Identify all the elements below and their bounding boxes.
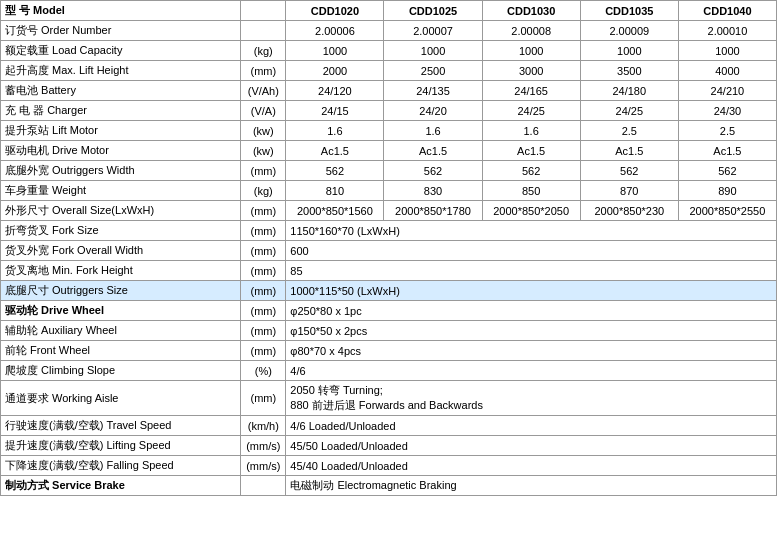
row-span-value: 45/50 Loaded/Unloaded [286, 436, 777, 456]
row-value: Ac1.5 [580, 141, 678, 161]
header-cdd1040: CDD1040 [678, 1, 776, 21]
row-value: 24/180 [580, 81, 678, 101]
row-value: 1000 [286, 41, 384, 61]
row-value: 2.00007 [384, 21, 482, 41]
row-value: 2000*850*1560 [286, 201, 384, 221]
header-row: 型 号 Model CDD1020 CDD1025 CDD1030 CDD103… [1, 1, 777, 21]
row-label: 外形尺寸 Overall Size(LxWxH) [1, 201, 241, 221]
row-value: 830 [384, 181, 482, 201]
row-value: 24/25 [482, 101, 580, 121]
row-value: Ac1.5 [678, 141, 776, 161]
row-unit: (kg) [241, 41, 286, 61]
row-span-value: φ80*70 x 4pcs [286, 341, 777, 361]
row-value: 3000 [482, 61, 580, 81]
row-unit: (mm) [241, 341, 286, 361]
row-unit: (mm) [241, 201, 286, 221]
table-row: 货叉离地 Min. Fork Height(mm)85 [1, 261, 777, 281]
row-value: 1.6 [384, 121, 482, 141]
row-unit: (mm/s) [241, 436, 286, 456]
row-value: 1.6 [286, 121, 384, 141]
row-value: 562 [384, 161, 482, 181]
table-body: 订货号 Order Number2.000062.000072.000082.0… [1, 21, 777, 496]
row-value: 2.00009 [580, 21, 678, 41]
row-span-value: 4/6 Loaded/Unloaded [286, 416, 777, 436]
row-value: 24/210 [678, 81, 776, 101]
row-label: 提升速度(满载/空载) Lifting Speed [1, 436, 241, 456]
spec-table: 型 号 Model CDD1020 CDD1025 CDD1030 CDD103… [0, 0, 777, 496]
row-span-value: 600 [286, 241, 777, 261]
row-label: 货叉外宽 Fork Overall Width [1, 241, 241, 261]
row-label: 辅助轮 Auxiliary Wheel [1, 321, 241, 341]
row-unit [241, 476, 286, 496]
row-value: 2500 [384, 61, 482, 81]
header-unit-placeholder [241, 1, 286, 21]
table-row: 蓄电池 Battery(V/Ah)24/12024/13524/16524/18… [1, 81, 777, 101]
header-cdd1020: CDD1020 [286, 1, 384, 21]
table-row: 驱动轮 Drive Wheel(mm)φ250*80 x 1pc [1, 301, 777, 321]
row-value: 24/135 [384, 81, 482, 101]
row-value: 2000 [286, 61, 384, 81]
row-value: Ac1.5 [482, 141, 580, 161]
row-value: 870 [580, 181, 678, 201]
row-value: 810 [286, 181, 384, 201]
row-unit: (kw) [241, 121, 286, 141]
row-span-value: φ150*50 x 2pcs [286, 321, 777, 341]
row-label: 额定载重 Load Capacity [1, 41, 241, 61]
row-label: 订货号 Order Number [1, 21, 241, 41]
row-label: 底腿外宽 Outriggers Width [1, 161, 241, 181]
header-cdd1030: CDD1030 [482, 1, 580, 21]
row-unit [241, 21, 286, 41]
row-unit: (mm) [241, 61, 286, 81]
table-row: 驱动电机 Drive Motor(kw)Ac1.5Ac1.5Ac1.5Ac1.5… [1, 141, 777, 161]
row-unit: (mm) [241, 381, 286, 416]
table-row: 充 电 器 Charger(V/A)24/1524/2024/2524/2524… [1, 101, 777, 121]
table-row: 下降速度(满载/空载) Falling Speed(mm/s)45/40 Loa… [1, 456, 777, 476]
row-unit: (V/Ah) [241, 81, 286, 101]
table-row: 行驶速度(满载/空载) Travel Speed(km/h)4/6 Loaded… [1, 416, 777, 436]
row-value: 3500 [580, 61, 678, 81]
row-unit: (mm) [241, 221, 286, 241]
row-unit: (mm) [241, 241, 286, 261]
table-row: 起升高度 Max. Lift Height(mm)200025003000350… [1, 61, 777, 81]
table-row: 车身重量 Weight(kg)810830850870890 [1, 181, 777, 201]
row-unit: (km/h) [241, 416, 286, 436]
row-value: 562 [580, 161, 678, 181]
row-span-value: 2050 转弯 Turning;880 前进后退 Forwards and Ba… [286, 381, 777, 416]
row-value: 1000 [580, 41, 678, 61]
row-label: 爬坡度 Climbing Slope [1, 361, 241, 381]
row-value: 1000 [482, 41, 580, 61]
row-value: 4000 [678, 61, 776, 81]
row-value: 2.00006 [286, 21, 384, 41]
table-row: 爬坡度 Climbing Slope(%)4/6 [1, 361, 777, 381]
row-label: 通道要求 Working Aisle [1, 381, 241, 416]
row-label: 制动方式 Service Brake [1, 476, 241, 496]
table-row: 提升速度(满载/空载) Lifting Speed(mm/s)45/50 Loa… [1, 436, 777, 456]
row-unit: (mm) [241, 161, 286, 181]
row-span-value: 4/6 [286, 361, 777, 381]
table-row: 额定载重 Load Capacity(kg)100010001000100010… [1, 41, 777, 61]
row-value: 2000*850*2550 [678, 201, 776, 221]
row-label: 行驶速度(满载/空载) Travel Speed [1, 416, 241, 436]
row-value: 1000 [678, 41, 776, 61]
table-row: 折弯货叉 Fork Size(mm)1150*160*70 (LxWxH) [1, 221, 777, 241]
row-value: 24/120 [286, 81, 384, 101]
row-label: 货叉离地 Min. Fork Height [1, 261, 241, 281]
row-unit: (mm) [241, 301, 286, 321]
row-value: 562 [482, 161, 580, 181]
row-value: 24/20 [384, 101, 482, 121]
row-unit: (mm) [241, 261, 286, 281]
row-label: 驱动电机 Drive Motor [1, 141, 241, 161]
header-model-label: 型 号 Model [1, 1, 241, 21]
row-label: 驱动轮 Drive Wheel [1, 301, 241, 321]
table-row: 外形尺寸 Overall Size(LxWxH)(mm)2000*850*156… [1, 201, 777, 221]
header-cdd1035: CDD1035 [580, 1, 678, 21]
row-value: 24/25 [580, 101, 678, 121]
row-label: 底腿尺寸 Outriggers Size [1, 281, 241, 301]
row-label: 车身重量 Weight [1, 181, 241, 201]
row-label: 提升泵站 Lift Motor [1, 121, 241, 141]
row-value: 24/30 [678, 101, 776, 121]
row-value: Ac1.5 [384, 141, 482, 161]
row-value: 850 [482, 181, 580, 201]
row-label: 蓄电池 Battery [1, 81, 241, 101]
table-row: 底腿尺寸 Outriggers Size(mm)1000*115*50 (LxW… [1, 281, 777, 301]
